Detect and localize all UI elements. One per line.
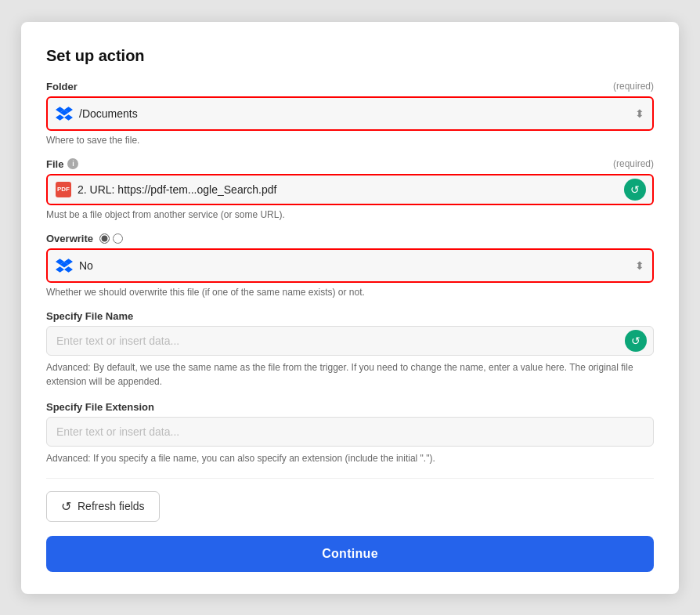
file-field-group: File i (required) PDF 2. URL: https://pd… xyxy=(46,158,654,220)
file-value: 2. URL: https://pdf-tem...ogle_Search.pd… xyxy=(78,183,618,196)
folder-select-wrapper[interactable]: /Documents ⬍ xyxy=(46,96,654,131)
file-refresh-icon: ↺ xyxy=(630,183,640,196)
refresh-fields-button[interactable]: ↺ Refresh fields xyxy=(46,491,160,522)
filename-input-wrapper: ↺ xyxy=(46,326,654,356)
extension-field-group: Specify File Extension Advanced: If you … xyxy=(46,401,654,465)
overwrite-select-wrapper[interactable]: No ⬍ xyxy=(46,248,654,283)
overwrite-hint: Whether we should overwrite this file (i… xyxy=(46,287,654,298)
file-hint: Must be a file object from another servi… xyxy=(46,209,654,220)
folder-field-group: Folder (required) /Documents ⬍ Where to … xyxy=(46,81,654,146)
filename-advanced-text: Advanced: By default, we use the same na… xyxy=(46,360,654,389)
page-title: Set up action xyxy=(46,47,654,65)
dropbox-icon-folder xyxy=(56,105,73,122)
file-label-row: File i (required) xyxy=(46,158,654,170)
file-info-icon[interactable]: i xyxy=(67,158,78,169)
overwrite-label-row: Overwrite xyxy=(46,233,654,244)
extension-label: Specify File Extension xyxy=(46,401,154,413)
file-input-wrapper[interactable]: PDF 2. URL: https://pdf-tem...ogle_Searc… xyxy=(46,174,654,205)
filename-refresh-icon: ↺ xyxy=(631,335,640,347)
continue-button[interactable]: Continue xyxy=(46,536,654,572)
overwrite-select[interactable]: No xyxy=(48,250,652,281)
file-pdf-icon: PDF xyxy=(56,182,71,197)
folder-hint: Where to save the file. xyxy=(46,135,654,146)
folder-value: /Documents xyxy=(79,107,624,120)
overwrite-field-group: Overwrite No ⬍ Whether we should overwri… xyxy=(46,233,654,298)
filename-refresh-button[interactable]: ↺ xyxy=(625,330,647,352)
overwrite-label: Overwrite xyxy=(46,233,93,244)
extension-advanced-text: Advanced: If you specify a file name, yo… xyxy=(46,451,654,465)
overwrite-radio-no[interactable] xyxy=(113,233,123,244)
folder-label: Folder xyxy=(46,81,78,92)
refresh-fields-label: Refresh fields xyxy=(78,500,145,512)
filename-input[interactable] xyxy=(47,327,653,355)
file-label: File i xyxy=(46,158,78,170)
overwrite-value: No xyxy=(79,259,624,272)
file-refresh-button[interactable]: ↺ xyxy=(624,179,646,201)
continue-label: Continue xyxy=(322,547,378,560)
folder-select[interactable]: /Documents xyxy=(48,98,652,129)
extension-input-wrapper xyxy=(46,417,654,447)
overwrite-radio-yes[interactable] xyxy=(99,233,110,244)
extension-label-row: Specify File Extension xyxy=(46,401,654,413)
setup-action-modal: Set up action Folder (required) /Documen… xyxy=(21,22,679,594)
refresh-fields-icon: ↺ xyxy=(61,499,71,514)
dropbox-icon-overwrite xyxy=(56,257,73,274)
divider xyxy=(46,478,654,479)
overwrite-radio-group xyxy=(99,233,123,244)
filename-label-row: Specify File Name xyxy=(46,310,654,322)
filename-field-group: Specify File Name ↺ Advanced: By default… xyxy=(46,310,654,389)
folder-required: (required) xyxy=(613,81,654,92)
file-required: (required) xyxy=(613,158,654,169)
extension-input[interactable] xyxy=(47,418,653,446)
folder-label-row: Folder (required) xyxy=(46,81,654,92)
filename-label: Specify File Name xyxy=(46,310,133,322)
